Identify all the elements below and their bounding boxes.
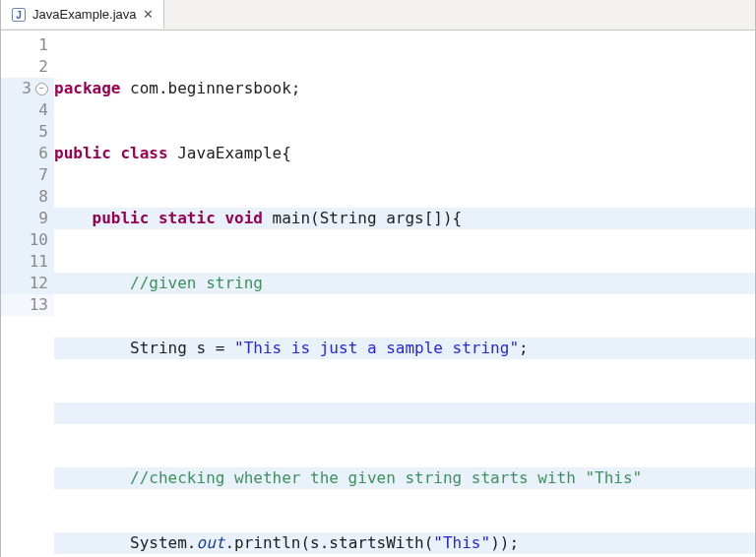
svg-text:J: J: [16, 10, 22, 21]
code-editor: J JavaExample.java ✕ 1 2 3− 4 5 6 7 8 9 …: [0, 0, 756, 557]
editor-tab-bar: J JavaExample.java ✕: [1, 0, 755, 31]
code-area[interactable]: 1 2 3− 4 5 6 7 8 9 10 11 12 13 package c…: [1, 31, 755, 557]
code-text[interactable]: package com.beginnersbook; public class …: [54, 34, 755, 557]
java-file-icon: J: [11, 7, 27, 23]
close-icon[interactable]: ✕: [143, 7, 154, 22]
line-gutter: 1 2 3− 4 5 6 7 8 9 10 11 12 13: [1, 34, 54, 557]
editor-tab-javaexample[interactable]: J JavaExample.java ✕: [1, 0, 164, 29]
fold-toggle-icon[interactable]: −: [35, 83, 48, 95]
editor-tab-label: JavaExample.java: [32, 7, 137, 22]
